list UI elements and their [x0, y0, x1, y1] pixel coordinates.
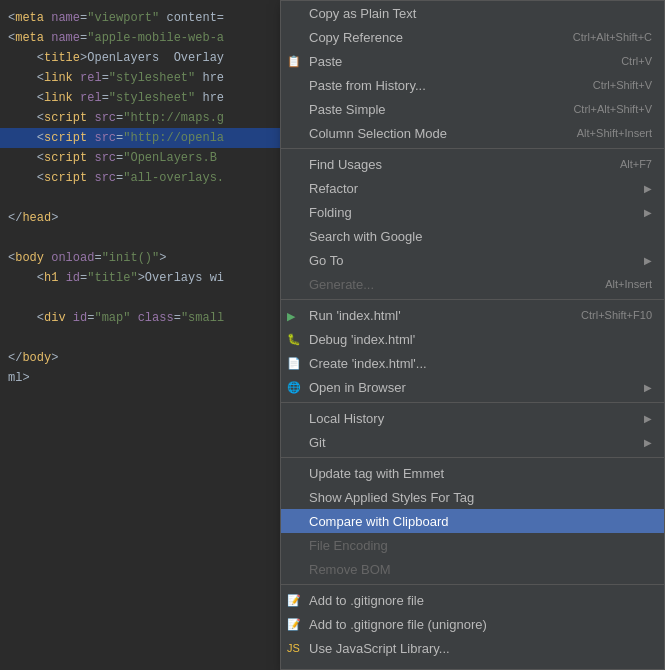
menu-item-label: Copy as Plain Text — [309, 6, 652, 21]
menu-item-use-js-library[interactable]: JS Use JavaScript Library... — [281, 636, 664, 660]
menu-item-label: Compare with Clipboard — [309, 514, 652, 529]
menu-shortcut: Ctrl+Alt+Shift+V — [573, 103, 652, 115]
menu-separator-4 — [281, 457, 664, 458]
menu-item-label: Remove BOM — [309, 562, 652, 577]
code-line-16: <div id="map" class="small — [0, 308, 280, 328]
code-line-18: </body> — [0, 348, 280, 368]
code-line-8: <script src="OpenLayers.B — [0, 148, 280, 168]
code-line-9: <script src="all-overlays. — [0, 168, 280, 188]
menu-item-show-applied-styles[interactable]: Show Applied Styles For Tag — [281, 485, 664, 509]
menu-item-refactor[interactable]: Refactor ▶ — [281, 176, 664, 200]
menu-shortcut: Alt+F7 — [620, 158, 652, 170]
menu-item-remove-bom[interactable]: Remove BOM — [281, 557, 664, 581]
menu-item-add-gitignore-unignore[interactable]: 📝 Add to .gitignore file (unignore) — [281, 612, 664, 636]
code-line-1: <meta name="viewport" content= — [0, 8, 280, 28]
menu-item-label: Folding — [309, 205, 640, 220]
run-icon — [287, 308, 295, 323]
menu-item-label: Update tag with Emmet — [309, 466, 652, 481]
menu-shortcut: Alt+Insert — [605, 278, 652, 290]
menu-item-label: Paste Simple — [309, 102, 553, 117]
menu-item-compare-clipboard[interactable]: Compare with Clipboard — [281, 509, 664, 533]
menu-item-column-selection[interactable]: Column Selection Mode Alt+Shift+Insert — [281, 121, 664, 145]
menu-item-run-index[interactable]: Run 'index.html' Ctrl+Shift+F10 — [281, 303, 664, 327]
menu-item-generate[interactable]: Generate... Alt+Insert — [281, 272, 664, 296]
menu-item-paste-simple[interactable]: Paste Simple Ctrl+Alt+Shift+V — [281, 97, 664, 121]
code-line-3: <title>OpenLayers Overlay — [0, 48, 280, 68]
menu-item-label: Paste from History... — [309, 78, 573, 93]
menu-item-label: Generate... — [309, 277, 585, 292]
code-editor: <meta name="viewport" content= <meta nam… — [0, 0, 280, 670]
menu-item-label: Git — [309, 435, 640, 450]
context-menu: Copy as Plain Text Copy Reference Ctrl+A… — [280, 0, 665, 670]
menu-item-label: Open in Browser — [309, 380, 640, 395]
menu-shortcut: Ctrl+V — [621, 55, 652, 67]
menu-item-update-tag-emmet[interactable]: Update tag with Emmet — [281, 461, 664, 485]
code-line-5: <link rel="stylesheet" hre — [0, 88, 280, 108]
code-line-12 — [0, 228, 280, 248]
submenu-arrow: ▶ — [644, 183, 652, 194]
menu-item-label: Copy Reference — [309, 30, 553, 45]
code-line-14: <h1 id="title">Overlays wi — [0, 268, 280, 288]
menu-item-search-google[interactable]: Search with Google — [281, 224, 664, 248]
menu-item-label: Go To — [309, 253, 640, 268]
menu-item-paste-from-history[interactable]: Paste from History... Ctrl+Shift+V — [281, 73, 664, 97]
menu-item-label: Run 'index.html' — [309, 308, 561, 323]
menu-item-create-index[interactable]: 📄 Create 'index.html'... — [281, 351, 664, 375]
menu-item-copy-plain-text[interactable]: Copy as Plain Text — [281, 1, 664, 25]
menu-item-add-gitignore[interactable]: 📝 Add to .gitignore file — [281, 588, 664, 612]
menu-shortcut: Ctrl+Alt+Shift+C — [573, 31, 652, 43]
menu-item-label: Add to .gitignore file (unignore) — [309, 617, 652, 632]
code-line-7: <script src="http://openla — [0, 128, 280, 148]
menu-separator-1 — [281, 148, 664, 149]
menu-separator-3 — [281, 402, 664, 403]
code-line-6: <script src="http://maps.g — [0, 108, 280, 128]
browser-icon: 🌐 — [287, 381, 301, 394]
submenu-arrow: ▶ — [644, 207, 652, 218]
code-line-4: <link rel="stylesheet" hre — [0, 68, 280, 88]
submenu-arrow: ▶ — [644, 413, 652, 424]
submenu-arrow: ▶ — [644, 437, 652, 448]
menu-item-label: Add to .gitignore file — [309, 593, 652, 608]
submenu-arrow: ▶ — [644, 255, 652, 266]
code-line-15 — [0, 288, 280, 308]
menu-item-label: Paste — [309, 54, 601, 69]
menu-shortcut: Ctrl+Shift+V — [593, 79, 652, 91]
code-line-11: </head> — [0, 208, 280, 228]
menu-item-go-to[interactable]: Go To ▶ — [281, 248, 664, 272]
code-line-19: ml> — [0, 368, 280, 388]
debug-icon: 🐛 — [287, 333, 301, 346]
menu-separator-5 — [281, 584, 664, 585]
menu-item-label: Local History — [309, 411, 640, 426]
menu-shortcut: Ctrl+Shift+F10 — [581, 309, 652, 321]
menu-item-label: Refactor — [309, 181, 640, 196]
gitignore-icon: 📝 — [287, 594, 301, 607]
menu-item-label: Find Usages — [309, 157, 600, 172]
menu-item-open-browser[interactable]: 🌐 Open in Browser ▶ — [281, 375, 664, 399]
menu-separator-2 — [281, 299, 664, 300]
menu-item-paste[interactable]: 📋 Paste Ctrl+V — [281, 49, 664, 73]
menu-item-git[interactable]: Git ▶ — [281, 430, 664, 454]
create-icon: 📄 — [287, 357, 301, 370]
menu-item-debug-index[interactable]: 🐛 Debug 'index.html' — [281, 327, 664, 351]
gitignore2-icon: 📝 — [287, 618, 301, 631]
menu-item-label: Create 'index.html'... — [309, 356, 652, 371]
menu-shortcut: Alt+Shift+Insert — [577, 127, 652, 139]
code-line-10 — [0, 188, 280, 208]
menu-item-folding[interactable]: Folding ▶ — [281, 200, 664, 224]
paste-icon: 📋 — [287, 55, 301, 68]
menu-item-local-history[interactable]: Local History ▶ — [281, 406, 664, 430]
menu-item-label: Debug 'index.html' — [309, 332, 652, 347]
menu-item-label: File Encoding — [309, 538, 652, 553]
menu-item-label: Use JavaScript Library... — [309, 641, 652, 656]
menu-item-label: Column Selection Mode — [309, 126, 557, 141]
code-line-13: <body onload="init()"> — [0, 248, 280, 268]
code-line-17 — [0, 328, 280, 348]
code-line-2: <meta name="apple-mobile-web-a — [0, 28, 280, 48]
js-icon: JS — [287, 642, 300, 654]
menu-item-copy-reference[interactable]: Copy Reference Ctrl+Alt+Shift+C — [281, 25, 664, 49]
menu-item-label: Search with Google — [309, 229, 652, 244]
menu-item-file-encoding[interactable]: File Encoding — [281, 533, 664, 557]
submenu-arrow: ▶ — [644, 382, 652, 393]
menu-item-find-usages[interactable]: Find Usages Alt+F7 — [281, 152, 664, 176]
menu-item-label: Show Applied Styles For Tag — [309, 490, 652, 505]
